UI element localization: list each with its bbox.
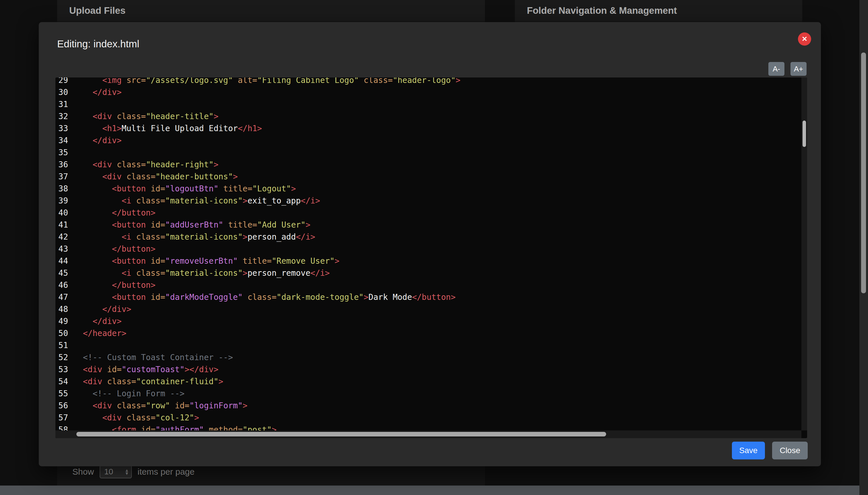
code-text: <div id="customToast"></div> xyxy=(68,363,218,376)
code-text: <button id="addUserBtn" title="Add User"… xyxy=(68,219,311,231)
code-line: 29 <img src="/assets/logo.svg" alt="Fili… xyxy=(55,78,801,86)
code-text: <!-- Custom Toast Container --> xyxy=(68,352,233,363)
code-text: <i class="material-icons">person_add</i> xyxy=(68,231,315,243)
code-text xyxy=(68,340,73,352)
modal-footer: Save Close xyxy=(732,442,808,459)
code-line: 33 <h1>Multi File Upload Editor</h1> xyxy=(55,122,801,135)
code-text: <div class="container-fluid"> xyxy=(68,376,223,388)
browser-scrollbar[interactable] xyxy=(859,0,868,495)
code-text: <div class="header-buttons"> xyxy=(68,171,238,183)
line-number: 57 xyxy=(55,412,68,424)
code-line: 42 <i class="material-icons">person_add<… xyxy=(55,231,801,243)
code-line: 39 <i class="material-icons">exit_to_app… xyxy=(55,195,801,207)
code-text: <div class="header-title"> xyxy=(68,110,218,122)
code-text: </div> xyxy=(68,315,122,327)
code-text: <!-- Login Form --> xyxy=(68,388,185,400)
font-decrease-button[interactable]: A- xyxy=(768,62,784,76)
code-text: </div> xyxy=(68,86,122,99)
code-text: <button id="logoutBtn" title="Logout"> xyxy=(68,183,296,195)
modal-close-icon-button[interactable]: ✕ xyxy=(798,32,811,46)
browser-scrollbar-thumb[interactable] xyxy=(861,52,866,293)
line-number: 36 xyxy=(55,159,68,171)
line-number: 51 xyxy=(55,340,68,352)
code-text: </button> xyxy=(68,279,156,291)
code-line: 41 <button id="addUserBtn" title="Add Us… xyxy=(55,219,801,231)
code-line: 31 xyxy=(55,99,801,110)
code-text: <div class="col-12"> xyxy=(68,412,199,424)
code-line: 58 <form id="authForm" method="post"> xyxy=(55,424,801,430)
code-line: 37 <div class="header-buttons"> xyxy=(55,171,801,183)
code-text: <div class="header-right"> xyxy=(68,159,218,171)
line-number: 39 xyxy=(55,195,68,207)
code-text: </button> xyxy=(68,207,156,219)
line-number: 54 xyxy=(55,376,68,388)
code-text xyxy=(68,99,73,110)
line-number: 33 xyxy=(55,122,68,135)
editor-vertical-scrollbar[interactable] xyxy=(801,78,807,430)
code-text: <i class="material-icons">exit_to_app</i… xyxy=(68,195,320,207)
code-line: 57 <div class="col-12"> xyxy=(55,412,801,424)
code-line: 46 </button> xyxy=(55,279,801,291)
code-line: 50 </header> xyxy=(55,327,801,340)
line-number: 42 xyxy=(55,231,68,243)
font-size-controls: A- A+ xyxy=(768,62,806,76)
code-editor[interactable]: 29 <img src="/assets/logo.svg" alt="Fili… xyxy=(55,78,807,438)
code-text: <button id="removeUserBtn" title="Remove… xyxy=(68,255,339,267)
code-text: <form id="authForm" method="post"> xyxy=(68,424,277,430)
code-line: 48 </div> xyxy=(55,303,801,315)
line-number: 53 xyxy=(55,363,68,376)
line-number: 52 xyxy=(55,352,68,363)
line-number: 58 xyxy=(55,424,68,430)
line-number: 38 xyxy=(55,183,68,195)
code-text: <h1>Multi File Upload Editor</h1> xyxy=(68,122,262,135)
code-line: 38 <button id="logoutBtn" title="Logout"… xyxy=(55,183,801,195)
edit-file-modal: Editing: index.html ✕ A- A+ 29 <img src=… xyxy=(39,22,821,466)
code-line: 32 <div class="header-title"> xyxy=(55,110,801,122)
code-line: 55 <!-- Login Form --> xyxy=(55,388,801,400)
code-line: 43 </button> xyxy=(55,243,801,255)
line-number: 46 xyxy=(55,279,68,291)
code-text: <i class="material-icons">person_remove<… xyxy=(68,267,330,279)
code-line: 54 <div class="container-fluid"> xyxy=(55,376,801,388)
code-line: 53 <div id="customToast"></div> xyxy=(55,363,801,376)
editor-horizontal-scrollbar[interactable] xyxy=(55,430,801,438)
line-number: 43 xyxy=(55,243,68,255)
code-line: 35 xyxy=(55,147,801,159)
code-text xyxy=(68,147,73,159)
code-text: <button id="darkModeToggle" class="dark-… xyxy=(68,291,456,303)
editor-horizontal-scrollbar-thumb[interactable] xyxy=(77,432,606,437)
code-line: 56 <div class="row" id="loginForm"> xyxy=(55,400,801,412)
code-text: <div class="row" id="loginForm"> xyxy=(68,400,248,412)
code-text: <img src="/assets/logo.svg" alt="Filing … xyxy=(68,78,461,86)
line-number: 47 xyxy=(55,291,68,303)
line-number: 37 xyxy=(55,171,68,183)
line-number: 34 xyxy=(55,135,68,147)
line-number: 55 xyxy=(55,388,68,400)
code-viewport: 29 <img src="/assets/logo.svg" alt="Fili… xyxy=(55,78,801,430)
save-button[interactable]: Save xyxy=(732,442,765,459)
code-line: 34 </div> xyxy=(55,135,801,147)
line-number: 31 xyxy=(55,99,68,110)
modal-title: Editing: index.html xyxy=(57,38,139,50)
close-button[interactable]: Close xyxy=(772,442,808,459)
line-number: 50 xyxy=(55,327,68,340)
code-line: 49 </div> xyxy=(55,315,801,327)
code-text: </button> xyxy=(68,243,156,255)
line-number: 35 xyxy=(55,147,68,159)
close-icon: ✕ xyxy=(802,35,807,43)
font-increase-button[interactable]: A+ xyxy=(790,62,806,76)
line-number: 29 xyxy=(55,78,68,86)
line-number: 30 xyxy=(55,86,68,99)
code-text: </div> xyxy=(68,135,122,147)
line-number: 48 xyxy=(55,303,68,315)
code-line: 45 <i class="material-icons">person_remo… xyxy=(55,267,801,279)
code-line: 30 </div> xyxy=(55,86,801,99)
code-line: 51 xyxy=(55,340,801,352)
code-text: </div> xyxy=(68,303,131,315)
code-line: 44 <button id="removeUserBtn" title="Rem… xyxy=(55,255,801,267)
code-line: 52 <!-- Custom Toast Container --> xyxy=(55,352,801,363)
line-number: 41 xyxy=(55,219,68,231)
code-line: 40 </button> xyxy=(55,207,801,219)
editor-vertical-scrollbar-thumb[interactable] xyxy=(803,121,806,147)
line-number: 32 xyxy=(55,110,68,122)
